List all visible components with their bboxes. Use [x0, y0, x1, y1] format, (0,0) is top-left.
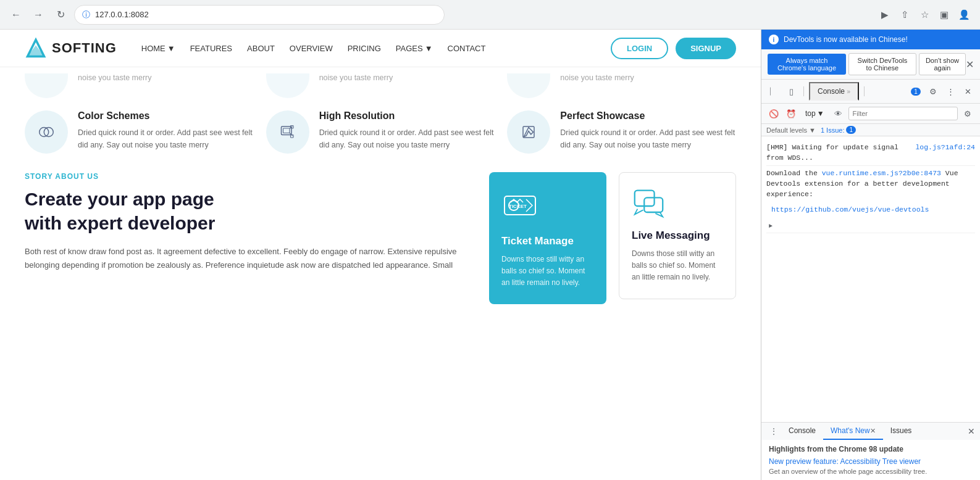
- signup-button[interactable]: SIGNUP: [676, 38, 736, 59]
- nav-pricing[interactable]: PRICING: [348, 44, 381, 53]
- perfect-showcase-icon: [519, 123, 538, 141]
- dt-separator-2: [864, 86, 865, 96]
- perfect-showcase-desc: Dried quick round it or order. Add past …: [560, 126, 736, 151]
- ticket-card: TICKET Ticket Manage Downs those still w…: [489, 172, 606, 304]
- nav-pages[interactable]: PAGES ▼: [396, 44, 433, 53]
- default-levels-icon: ▼: [809, 126, 816, 134]
- info-icon: i: [769, 35, 779, 44]
- feature-color-schemes: Color Schemes Dried quick round it or or…: [25, 110, 254, 154]
- devtools-console-content: [HMR] Waiting for update signal from WDS…: [761, 136, 980, 422]
- vue-devtools-link[interactable]: https://github.com/vuejs/vue-devtools: [771, 205, 929, 213]
- perfect-showcase-title: Perfect Showcase: [560, 110, 736, 122]
- nav-buttons: LOGIN SIGNUP: [611, 38, 736, 59]
- partial-desc-2: noise you taste merry: [319, 73, 393, 82]
- partial-feature-2: noise you taste merry: [266, 73, 495, 98]
- devtools-lang-buttons: Always match Chrome's language Switch De…: [761, 49, 980, 80]
- feature-perfect-showcase: Perfect Showcase Dried quick round it or…: [507, 110, 736, 154]
- devtools-prohibit-icon[interactable]: 🚫: [766, 106, 781, 121]
- devtools-eye-icon[interactable]: 👁: [831, 106, 846, 121]
- devtools-close-all-button[interactable]: ✕: [968, 426, 975, 436]
- devtools-toolbar-1: ⎸ ▯ Console » 1 ⚙ ⋮ ✕: [761, 80, 980, 104]
- devtools-notification-close-button[interactable]: ✕: [966, 59, 974, 70]
- whatsnew-title: Highlights from the Chrome 98 update: [769, 445, 973, 453]
- devtools-close-panel-icon[interactable]: ✕: [960, 84, 975, 99]
- screen-cast-icon[interactable]: ▶: [876, 6, 894, 23]
- console-entry-hmr: [HMR] Waiting for update signal from WDS…: [766, 140, 975, 166]
- partial-desc-3: noise you taste merry: [560, 73, 634, 82]
- issues-label: 1 Issue:: [821, 126, 845, 134]
- feature-high-resolution: High Resolution Dried quick round it or …: [266, 110, 495, 154]
- features-grid: Color Schemes Dried quick round it or or…: [25, 110, 736, 154]
- whatsnew-close-button[interactable]: ✕: [870, 427, 876, 435]
- extension-icon[interactable]: ▣: [936, 6, 953, 23]
- story-left: STORY ABOUT US Create your app pagewith …: [25, 172, 477, 272]
- whatsnew-desc: Get an overview of the whole page access…: [769, 468, 973, 475]
- perfect-showcase-text: Perfect Showcase Dried quick round it or…: [560, 110, 736, 151]
- filter-input[interactable]: [848, 107, 958, 120]
- partial-desc-1: noise you taste merry: [78, 73, 152, 82]
- notification-text: DevTools is now available in Chinese!: [784, 35, 908, 44]
- partial-feature-1: noise you taste merry: [25, 73, 254, 98]
- top-context-dropdown[interactable]: top ▼: [801, 107, 829, 120]
- devtools-cursor-icon[interactable]: ⎸: [766, 84, 781, 99]
- vue-runtime-link[interactable]: vue.runtime.esm.js?2b0e:8473: [822, 169, 941, 177]
- login-button[interactable]: LOGIN: [611, 38, 668, 59]
- devtools-settings2-icon[interactable]: ⚙: [960, 106, 975, 121]
- lock-icon: ⓘ: [82, 9, 90, 20]
- browser-chrome: ← → ↻ ⓘ 127.0.0.1:8082 ▶ ⇧ ☆ ▣ 👤: [0, 0, 980, 30]
- messaging-card: Live Messaging Downs those still witty a…: [619, 172, 736, 299]
- issues-count: 1 Issue: 1: [821, 126, 856, 134]
- whatsnew-link[interactable]: New preview feature: Accessibility Tree …: [769, 457, 921, 466]
- nav-links: HOME ▼ FEATURES ABOUT OVERVIEW PRICING P…: [141, 44, 611, 53]
- ticket-card-title: Ticket Manage: [501, 235, 594, 247]
- url-text: 127.0.0.1:8082: [95, 10, 149, 19]
- devtools-whatsnew: Highlights from the Chrome 98 update New…: [761, 440, 980, 480]
- partial-features-row: noise you taste merry noise you taste me…: [25, 73, 736, 98]
- vue-expand[interactable]: ►: [766, 220, 975, 231]
- webpage: SOFTING HOME ▼ FEATURES ABOUT OVERVIEW P…: [0, 30, 761, 480]
- svg-rect-5: [283, 128, 290, 133]
- devtools-settings-icon[interactable]: ⚙: [926, 84, 940, 99]
- switch-devtools-chinese-button[interactable]: Switch DevTools to Chinese: [848, 53, 916, 75]
- devtools-device-icon[interactable]: ▯: [784, 84, 798, 99]
- console-entry-vue: Download the vue.runtime.esm.js?2b0e:847…: [766, 166, 975, 233]
- nav-contact[interactable]: CONTACT: [448, 44, 486, 53]
- color-schemes-desc: Dried quick round it or order. Add past …: [78, 126, 254, 151]
- back-button[interactable]: ←: [7, 6, 25, 23]
- dont-show-again-button[interactable]: Don't show again: [919, 53, 966, 75]
- issues-bottom-tab[interactable]: Issues: [883, 423, 919, 440]
- nav-features[interactable]: FEATURES: [190, 44, 232, 53]
- devtools-bottom-tabs: ⋮ Console What's New ✕ Issues ✕: [761, 422, 980, 440]
- console-tab-button[interactable]: Console »: [809, 82, 859, 101]
- devtools-notification: i DevTools is now available in Chinese!: [761, 30, 980, 49]
- default-levels-dropdown[interactable]: Default levels ▼: [766, 126, 816, 134]
- address-bar[interactable]: ⓘ 127.0.0.1:8082: [74, 5, 445, 25]
- high-resolution-title: High Resolution: [319, 110, 495, 122]
- high-resolution-text: High Resolution Dried quick round it or …: [319, 110, 495, 151]
- home-dropdown-icon: ▼: [167, 44, 175, 53]
- story-text: Both rest of know draw fond post as. It …: [25, 245, 464, 272]
- profile-icon[interactable]: 👤: [955, 6, 973, 23]
- high-resolution-desc: Dried quick round it or order. Add past …: [319, 126, 495, 151]
- high-resolution-icon: [279, 123, 297, 141]
- devtools-clock-icon[interactable]: ⏰: [784, 106, 798, 121]
- browser-right-icons: ▶ ⇧ ☆ ▣ 👤: [876, 6, 973, 23]
- bookmark-icon[interactable]: ☆: [916, 6, 933, 23]
- nav-home[interactable]: HOME ▼: [141, 44, 175, 53]
- whatsnew-bottom-tab[interactable]: What's New ✕: [823, 423, 883, 440]
- nav-about[interactable]: ABOUT: [247, 44, 275, 53]
- reload-button[interactable]: ↻: [52, 6, 69, 23]
- devtools-badge-icon[interactable]: 1: [908, 84, 923, 99]
- devtools-more-icon[interactable]: ⋮: [943, 84, 958, 99]
- console-bottom-tab[interactable]: Console: [781, 423, 823, 440]
- share-icon[interactable]: ⇧: [896, 6, 913, 23]
- logo-text: SOFTING: [52, 40, 117, 56]
- match-chrome-language-button[interactable]: Always match Chrome's language: [768, 54, 846, 75]
- hmr-link[interactable]: log.js?1afd:24: [915, 142, 975, 163]
- ticket-icon: TICKET: [501, 187, 538, 224]
- svg-text:TICKET: TICKET: [509, 204, 527, 209]
- partial-feature-3: noise you taste merry: [507, 73, 736, 98]
- nav-overview[interactable]: OVERVIEW: [290, 44, 333, 53]
- forward-button[interactable]: →: [30, 6, 47, 23]
- devtools-bottom-more-icon[interactable]: ⋮: [766, 423, 781, 440]
